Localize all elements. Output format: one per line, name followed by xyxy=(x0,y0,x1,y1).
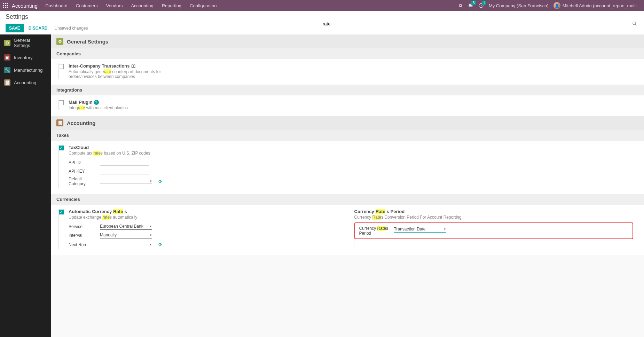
messages-badge: 5 xyxy=(471,1,476,5)
rates-period-highlight-box: Currency Rates Period Transaction Date▼ xyxy=(354,222,634,239)
mailplugin-checkbox[interactable] xyxy=(59,100,64,105)
ratesperiod-title: Currency Rates Period xyxy=(354,209,634,214)
autorates-desc: Update exchange rates automatically xyxy=(69,215,187,220)
svg-rect-7 xyxy=(5,7,6,8)
section-taxes: Taxes xyxy=(51,130,644,141)
search-input[interactable] xyxy=(322,20,631,28)
sidebar-label: Inventory xyxy=(14,55,32,60)
intercompany-title: Inter-Company Transactions 🕮 xyxy=(69,63,338,69)
avatar-icon: 👤 xyxy=(553,2,560,9)
sidebar-label: General Settings xyxy=(14,38,47,48)
settings-sidebar: ⚙ General Settings ▣ Inventory 🔧 Manufac… xyxy=(0,34,51,337)
autorates-checkbox[interactable] xyxy=(59,210,64,214)
api-id-input[interactable] xyxy=(100,159,149,166)
ratesperiod-desc: Currency Rates Conversion Period For Acc… xyxy=(354,215,473,220)
api-id-label: API ID xyxy=(69,160,100,165)
messages-icon[interactable]: 5 xyxy=(468,3,473,8)
default-category-select[interactable]: ▼ xyxy=(100,179,152,184)
svg-rect-3 xyxy=(3,5,4,6)
invoice-icon: 🧾 xyxy=(56,119,63,126)
main: ⚙ General Settings ▣ Inventory 🔧 Manufac… xyxy=(0,34,644,337)
svg-rect-2 xyxy=(7,3,8,4)
nav-accounting[interactable]: Accounting xyxy=(131,3,153,8)
activities-badge: 1 xyxy=(482,1,487,5)
page-title: Settings xyxy=(6,13,88,23)
section-companies: Companies xyxy=(51,48,644,59)
debug-icon[interactable] xyxy=(458,3,463,8)
intercompany-desc: Automatically generate counterpart docum… xyxy=(69,69,187,79)
ratesperiod-field-label: Currency Rates Period xyxy=(359,226,389,236)
discard-button[interactable]: DISCARD xyxy=(25,24,51,32)
activities-icon[interactable]: 1 xyxy=(478,3,484,8)
svg-rect-8 xyxy=(7,7,8,8)
doc-link-icon[interactable]: 🕮 xyxy=(131,63,136,69)
gear-icon: ⚙ xyxy=(4,40,10,46)
service-label: Service xyxy=(69,224,100,229)
default-category-label: Default Category xyxy=(69,177,100,186)
gear-icon: ⚙ xyxy=(56,38,63,45)
help-icon[interactable]: ? xyxy=(94,100,99,105)
interval-select[interactable]: Manually▼ xyxy=(100,232,152,238)
topbar-right: 5 1 My Company (San Francisco) 👤 Mitchel… xyxy=(458,2,641,9)
section-currencies: Currencies xyxy=(51,194,644,205)
search-icon[interactable] xyxy=(631,21,638,26)
settings-content: ⚙ General Settings Companies Inter-Compa… xyxy=(51,34,644,337)
wrench-icon: 🔧 xyxy=(4,67,10,73)
svg-point-11 xyxy=(633,22,636,25)
taxcloud-checkbox[interactable] xyxy=(59,146,64,150)
svg-rect-6 xyxy=(3,7,4,8)
api-key-input[interactable] xyxy=(100,168,149,174)
nextrun-label: Next Run xyxy=(69,242,100,247)
mailplugin-title: Mail Plugin ? xyxy=(69,100,338,105)
nav-reporting[interactable]: Reporting xyxy=(162,3,181,8)
svg-rect-4 xyxy=(5,5,6,6)
save-button[interactable]: SAVE xyxy=(6,24,24,32)
sidebar-item-general[interactable]: ⚙ General Settings xyxy=(0,34,51,51)
nav-vendors[interactable]: Vendors xyxy=(106,3,123,8)
brand-label[interactable]: Accounting xyxy=(12,3,38,9)
invoice-icon: 🧾 xyxy=(4,79,10,86)
search-box[interactable] xyxy=(322,20,638,28)
section-integrations: Integrations xyxy=(51,85,644,95)
box-icon: ▣ xyxy=(4,54,10,61)
sidebar-item-manufacturing[interactable]: 🔧 Manufacturing xyxy=(0,64,51,76)
nav-dashboard[interactable]: Dashboard xyxy=(45,3,68,8)
user-label: Mitchell Admin (account_report_multi… xyxy=(563,3,641,8)
app-header-general: ⚙ General Settings xyxy=(51,34,644,48)
apps-icon[interactable] xyxy=(3,3,8,8)
interval-label: Interval xyxy=(69,233,100,238)
nav-configuration[interactable]: Configuration xyxy=(190,3,217,8)
sidebar-item-inventory[interactable]: ▣ Inventory xyxy=(0,51,51,64)
sidebar-label: Accounting xyxy=(14,80,36,85)
svg-rect-5 xyxy=(7,5,8,6)
intercompany-checkbox[interactable] xyxy=(59,64,64,69)
taxcloud-title: TaxCloud xyxy=(69,145,338,150)
svg-rect-1 xyxy=(5,3,6,4)
nav-customers[interactable]: Customers xyxy=(76,3,98,8)
svg-point-9 xyxy=(460,5,462,7)
app-header-accounting: 🧾 Accounting xyxy=(51,116,644,130)
mailplugin-desc: Integrate with mail client plugins xyxy=(69,105,187,110)
sidebar-label: Manufacturing xyxy=(14,68,42,73)
service-select[interactable]: European Central Bank▼ xyxy=(100,223,152,230)
top-nav: Dashboard Customers Vendors Accounting R… xyxy=(45,3,217,8)
control-panel: Settings SAVE DISCARD Unsaved changes xyxy=(0,11,644,34)
ratesperiod-select[interactable]: Transaction Date▼ xyxy=(394,226,446,233)
topbar: Accounting Dashboard Customers Vendors A… xyxy=(0,0,644,11)
taxcloud-desc: Compute tax rates based on U.S. ZIP code… xyxy=(69,151,187,156)
company-switcher[interactable]: My Company (San Francisco) xyxy=(489,3,549,8)
svg-rect-0 xyxy=(3,3,4,4)
sidebar-item-accounting[interactable]: 🧾 Accounting xyxy=(0,76,51,89)
refresh-icon[interactable]: ⟳ xyxy=(158,179,162,184)
user-menu[interactable]: 👤 Mitchell Admin (account_report_multi… xyxy=(553,2,641,9)
refresh-icon[interactable]: ⟳ xyxy=(158,242,162,247)
autorates-title: Automatic Currency Rates xyxy=(69,209,338,214)
unsaved-status: Unsaved changes xyxy=(52,26,88,31)
api-key-label: API KEY xyxy=(69,169,100,174)
nextrun-select[interactable]: ▼ xyxy=(100,242,152,247)
